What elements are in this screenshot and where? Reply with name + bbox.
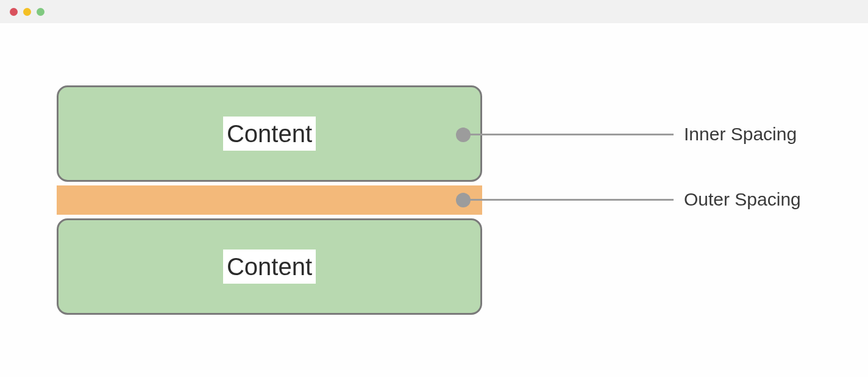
content-box-top: Content: [57, 85, 482, 182]
content-box-top-label: Content: [223, 117, 316, 151]
callout-line-outer: [469, 199, 674, 201]
callout-line-inner: [469, 134, 674, 135]
callout-label-inner: Inner Spacing: [684, 124, 797, 145]
traffic-light-minimize-icon[interactable]: [23, 8, 31, 16]
callout-label-outer: Outer Spacing: [684, 189, 801, 210]
callout-dot-outer-icon: [456, 193, 471, 207]
content-box-bottom: Content: [57, 218, 482, 315]
traffic-light-close-icon[interactable]: [10, 8, 18, 16]
window-titlebar: [0, 0, 868, 23]
callout-dot-inner-icon: [456, 127, 471, 142]
diagram-canvas: Content Content Inner Spacing Outer Spac…: [0, 23, 868, 377]
content-box-bottom-label: Content: [223, 250, 316, 284]
outer-spacing-bar: [57, 185, 482, 215]
traffic-light-zoom-icon[interactable]: [37, 8, 44, 16]
